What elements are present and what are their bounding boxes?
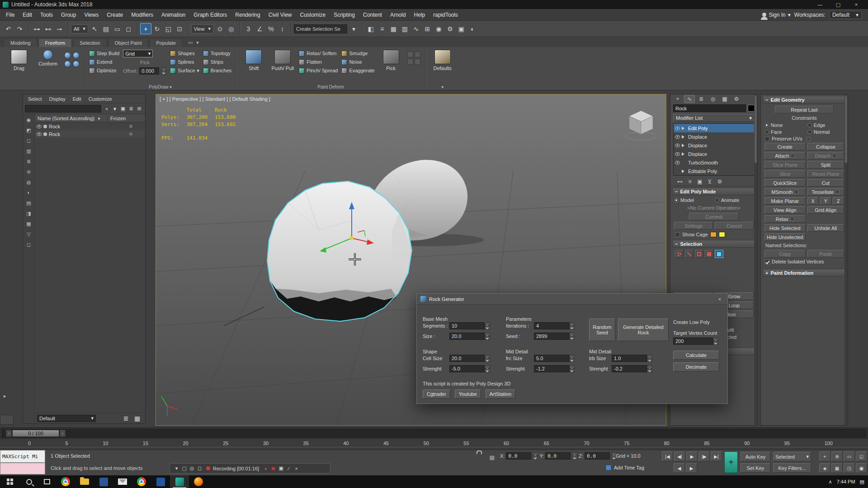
modifier-visibility-icon[interactable] xyxy=(675,127,680,130)
select-and-place-icon[interactable]: ⊡ xyxy=(174,23,185,34)
z-coordinate-field[interactable]: 0.0 xyxy=(585,452,610,460)
ribbon-tab[interactable]: Modeling xyxy=(4,38,38,47)
time-slider-track[interactable]: ‹ 0 / 100 › xyxy=(2,429,866,437)
rock-selected[interactable] xyxy=(224,181,412,326)
planar-x-button[interactable]: X xyxy=(807,197,819,205)
display-spacewarps-icon[interactable]: ◍ xyxy=(25,178,33,186)
key-next-icon[interactable]: ▶ xyxy=(686,463,697,473)
slice-button[interactable]: Slice xyxy=(764,170,806,178)
msmooth-button[interactable]: MSmooth xyxy=(764,188,806,196)
y-coordinate-field[interactable]: 0.0 xyxy=(545,452,571,460)
modifier-visibility-icon[interactable] xyxy=(675,144,680,147)
modifier-visibility-icon[interactable] xyxy=(675,161,680,164)
render-production-icon[interactable]: ◐ xyxy=(467,23,478,34)
previous-frame-icon[interactable]: ◀| xyxy=(674,451,685,461)
key-prev-icon[interactable]: ◀ xyxy=(674,463,685,473)
conform-brush-icon[interactable] xyxy=(64,61,71,67)
constraint-normal-radio[interactable]: Normal xyxy=(807,129,844,135)
panel-scrollbar[interactable] xyxy=(754,94,757,425)
view-cube[interactable] xyxy=(626,111,656,140)
menu-item[interactable]: Help xyxy=(410,9,429,20)
go-to-start-icon[interactable]: |◀ xyxy=(662,451,673,461)
iterations-field[interactable]: 4 xyxy=(534,322,569,329)
frozen-toggle-icon[interactable] xyxy=(129,125,132,128)
display-all-icon[interactable]: ◉ xyxy=(25,116,33,123)
angle-snap-icon[interactable]: ∠ xyxy=(254,23,265,34)
offset-value[interactable]: 0.000 xyxy=(139,67,159,75)
visibility-eye-icon[interactable] xyxy=(37,125,42,128)
maximize-viewport-icon[interactable]: ▣ xyxy=(856,463,867,473)
3dsmax-taskbar-icon[interactable] xyxy=(170,475,189,488)
surface-button[interactable]: Surface▾ xyxy=(170,67,199,74)
relax-button[interactable]: Relax xyxy=(764,215,806,223)
dialog-title-bar[interactable]: Rock Generator × xyxy=(417,294,727,305)
defaults-expand-icon[interactable]: ▾ xyxy=(426,84,459,89)
set-keys-button[interactable]: + xyxy=(724,451,738,473)
show-cage-checkbox[interactable] xyxy=(675,232,680,237)
utilities-tab-icon[interactable]: ⚙ xyxy=(731,95,742,103)
select-and-link-icon[interactable]: ⊶ xyxy=(31,23,42,34)
edge-mode-button[interactable] xyxy=(685,250,693,258)
select-object-icon[interactable]: ↖ xyxy=(89,23,100,34)
modifier-stack-row[interactable]: TurboSmooth xyxy=(674,158,754,167)
play-icon[interactable]: ▶ xyxy=(686,451,698,461)
hide-unselected-button[interactable]: Hide Unselected xyxy=(764,233,806,241)
viewport-label[interactable]: [ + ] [ Perspective ] [ Standard ] [ Def… xyxy=(160,96,270,102)
modifier-stack-row[interactable]: Editable Poly xyxy=(674,167,754,175)
visibility-eye-icon[interactable] xyxy=(37,132,42,136)
topology-button[interactable]: Topology xyxy=(203,50,231,57)
percent-snap-icon[interactable]: % xyxy=(265,23,277,34)
mid2-strength-spin[interactable] xyxy=(647,365,652,372)
display-cameras-icon[interactable]: ≣ xyxy=(25,158,33,165)
object-name-field[interactable]: Rock xyxy=(673,104,746,112)
credit-link-button[interactable]: Cgtrader xyxy=(423,389,450,399)
segments-spin[interactable] xyxy=(485,322,490,329)
named-selection-input[interactable] xyxy=(294,24,347,33)
branches-button[interactable]: Branches xyxy=(203,67,231,74)
ribbon-config-icon[interactable]: ▾ xyxy=(196,40,199,46)
set-key-button[interactable]: Set Key xyxy=(741,463,770,473)
taskbar-clock[interactable]: 7:44 PM xyxy=(837,479,855,484)
animate-radio[interactable]: Animate xyxy=(715,197,754,203)
word-icon[interactable] xyxy=(94,475,113,488)
display-bones-icon[interactable]: ◨ xyxy=(25,210,33,217)
delete-isolated-vertices-checkbox[interactable] xyxy=(764,259,769,264)
rollout-selection[interactable]: − Selection xyxy=(672,240,755,248)
hide-selected-button[interactable]: Hide Selected xyxy=(764,224,806,232)
attach-button[interactable]: Attach xyxy=(764,152,806,160)
x-spin[interactable] xyxy=(533,452,538,460)
size-spin[interactable] xyxy=(485,333,490,340)
display-shapes-icon[interactable]: ◻ xyxy=(25,137,33,144)
pinch-spread-button[interactable]: Pinch/ Spread xyxy=(299,67,338,74)
cell-size-field[interactable]: 20.0 xyxy=(449,355,485,362)
make-planar-button[interactable]: Make Planar xyxy=(764,197,806,205)
modifier-expand-icon[interactable] xyxy=(682,152,686,156)
preserve-uvs-settings-box[interactable] xyxy=(807,137,811,141)
paint-deform-section-label[interactable]: Paint Deform xyxy=(237,84,424,89)
explorer-menu-item[interactable]: Select xyxy=(25,96,45,102)
paint-pick-button[interactable]: Pick xyxy=(378,50,404,71)
track-bar[interactable]: 0510152025303540455055606570758085909510… xyxy=(0,438,868,450)
menu-item[interactable]: Tools xyxy=(36,9,57,20)
frozen-toggle-icon[interactable] xyxy=(129,132,132,136)
cage-color-swatch[interactable] xyxy=(710,232,717,237)
extend-button[interactable]: Extend xyxy=(89,58,119,66)
curve-editor-icon[interactable]: ∿ xyxy=(410,23,422,34)
file-explorer-icon[interactable] xyxy=(75,475,94,488)
collapse-button[interactable]: Collapse xyxy=(807,143,844,150)
optimize-button[interactable]: Optimize xyxy=(89,67,119,74)
cancel-button[interactable]: Cancel xyxy=(715,222,754,230)
calculate-button[interactable]: Calculate xyxy=(673,351,719,360)
create-tab-icon[interactable]: + xyxy=(672,95,683,103)
select-and-move-icon[interactable]: + xyxy=(140,23,151,34)
explorer-column-headers[interactable]: Name (Sorted Ascending)▲ Frozen xyxy=(35,114,145,122)
cell-size-spin[interactable] xyxy=(485,355,490,362)
zoom-extents-icon[interactable]: ▭ xyxy=(844,451,855,461)
material-editor-icon[interactable]: ◉ xyxy=(433,23,444,34)
rec-close-icon[interactable]: × xyxy=(292,465,300,472)
tray-expand-icon[interactable]: ∧ xyxy=(829,479,832,485)
preserve-uvs-checkbox[interactable] xyxy=(764,136,769,141)
toggle-scene-explorer-icon[interactable]: ▥ xyxy=(399,23,410,34)
browser-icon[interactable] xyxy=(132,475,151,488)
modifier-stack-row[interactable]: Displace xyxy=(674,150,754,158)
